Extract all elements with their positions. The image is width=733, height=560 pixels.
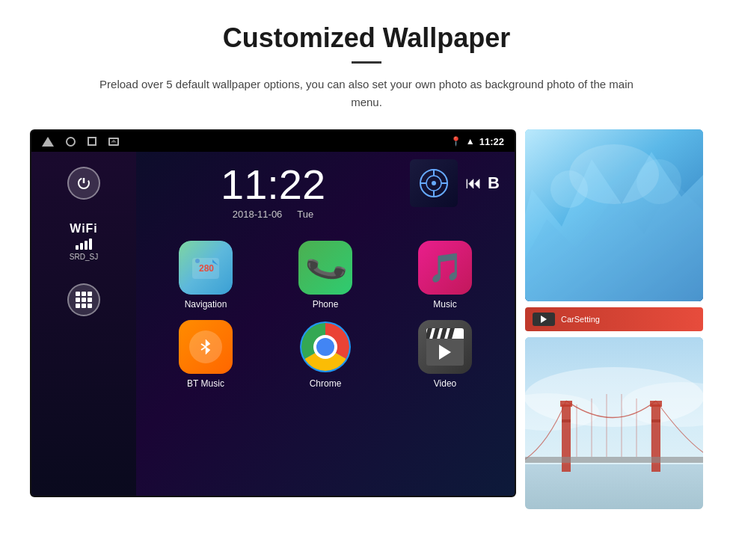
car-setting-label: CarSetting <box>561 315 600 324</box>
video-label: Video <box>434 378 456 389</box>
music-label: Music <box>433 299 456 310</box>
screen-main: 11:22 2018-11-06 Tue <box>136 152 515 496</box>
app-item-music[interactable]: 🎵 Music <box>390 241 500 310</box>
clock-date: 2018-11-06 Tue <box>151 209 395 220</box>
app-grid: 280 Navigation 📞 <box>151 241 500 389</box>
content-area: 📍 ▲ 11:22 WiFi <box>30 129 703 509</box>
status-time: 11:22 <box>479 136 504 147</box>
app-item-phone[interactable]: 📞 Phone <box>271 241 380 310</box>
bridge-scene-image <box>525 337 703 509</box>
media-album <box>410 159 458 207</box>
screenshot-icon <box>108 138 119 146</box>
wallpaper-previews: CarSetting <box>525 129 703 509</box>
svg-point-11 <box>195 259 200 263</box>
page-title: Customized Wallpaper <box>30 22 703 54</box>
car-setting-strip: CarSetting <box>525 307 703 331</box>
clapperboard <box>426 328 464 366</box>
wifi-bar-4 <box>89 239 92 250</box>
back-icon <box>42 137 54 147</box>
skip-back-icon[interactable]: ⏮ <box>465 173 482 193</box>
app-item-video[interactable]: Video <box>390 320 500 389</box>
clock-day: Tue <box>297 209 313 220</box>
power-button[interactable] <box>67 167 100 200</box>
wifi-label: WiFi <box>70 222 98 236</box>
apps-button[interactable] <box>67 283 100 316</box>
wallpaper-preview-ice-cave[interactable] <box>525 129 703 301</box>
screen-body: WiFi SRD_SJ <box>31 152 515 496</box>
recents-icon <box>88 137 96 146</box>
app-item-navigation[interactable]: 280 Navigation <box>151 241 260 310</box>
home-icon <box>66 137 76 147</box>
svg-point-21 <box>637 159 681 204</box>
ice-cave-image <box>525 129 703 301</box>
status-bar-right: 📍 ▲ 11:22 <box>450 136 504 147</box>
btmusic-icon <box>179 320 233 374</box>
title-divider <box>352 61 381 64</box>
svg-point-8 <box>432 181 436 185</box>
svg-point-15 <box>316 338 334 356</box>
status-bar: 📍 ▲ 11:22 <box>31 131 515 152</box>
wifi-bar-1 <box>76 245 79 250</box>
svg-text:280: 280 <box>199 263 214 274</box>
app-item-chrome[interactable]: Chrome <box>271 320 380 389</box>
svg-point-20 <box>550 170 588 208</box>
sidebar: WiFi SRD_SJ <box>31 152 136 496</box>
wallpaper-preview-golden-gate[interactable] <box>525 337 703 509</box>
clock-date-value: 2018-11-06 <box>233 209 283 220</box>
navigation-icon: 280 <box>179 241 233 295</box>
apps-grid-icon <box>76 292 92 308</box>
bluetooth-label: B <box>488 173 500 193</box>
wifi-bar-2 <box>80 243 83 250</box>
wifi-bar-3 <box>85 241 88 250</box>
music-icon: 🎵 <box>418 241 472 295</box>
wifi-icon: ▲ <box>466 136 475 147</box>
media-controls: ⏮ B <box>465 173 500 193</box>
btmusic-label: BT Music <box>187 378 224 389</box>
chrome-label: Chrome <box>310 378 342 389</box>
chrome-icon <box>298 320 352 374</box>
wifi-network: SRD_SJ <box>70 253 98 261</box>
location-icon: 📍 <box>450 136 461 147</box>
svg-rect-26 <box>525 464 703 509</box>
svg-rect-33 <box>525 457 703 463</box>
svg-rect-31 <box>562 419 571 422</box>
app-item-btmusic[interactable]: BT Music <box>151 320 260 389</box>
media-widget-area: ⏮ B <box>410 159 500 207</box>
clock-section: 11:22 2018-11-06 Tue <box>151 159 395 220</box>
phone-icon: 📞 <box>298 241 352 295</box>
navigation-label: Navigation <box>185 299 227 310</box>
svg-rect-32 <box>651 419 660 422</box>
clock-time: 11:22 <box>151 164 395 206</box>
page-description: Preload over 5 default wallpaper options… <box>86 76 647 111</box>
status-bar-nav <box>42 137 119 147</box>
phone-label: Phone <box>313 299 339 310</box>
video-icon <box>418 320 472 374</box>
wifi-section: WiFi SRD_SJ <box>70 222 98 261</box>
wifi-bars <box>70 239 98 250</box>
android-screen: 📍 ▲ 11:22 WiFi <box>30 129 516 497</box>
